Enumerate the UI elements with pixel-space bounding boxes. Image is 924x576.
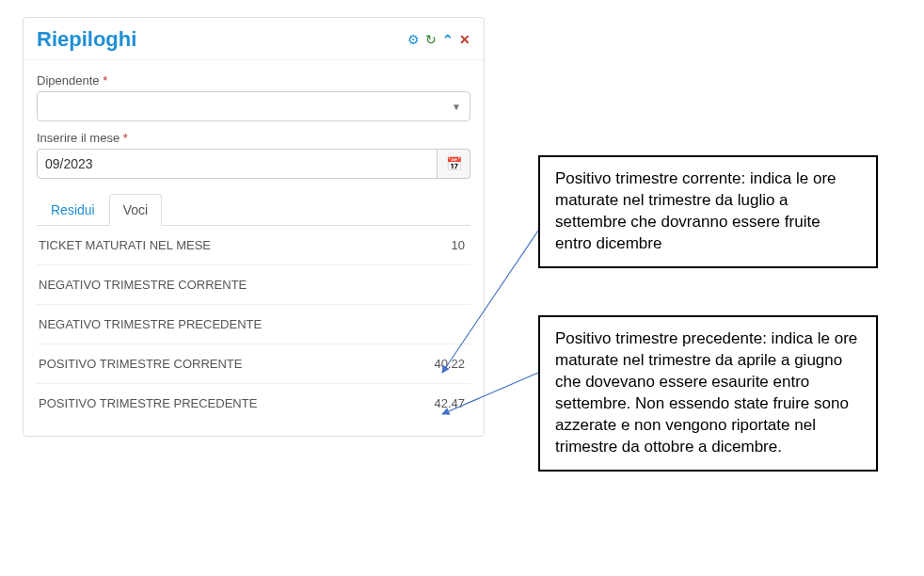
- required-mark: *: [103, 73, 107, 88]
- collapse-icon[interactable]: ⌃: [442, 33, 454, 46]
- required-mark: *: [123, 131, 128, 145]
- close-icon[interactable]: ✕: [459, 33, 470, 46]
- callout-positivo-precedente: Positivo trimestre precedente: indica le…: [538, 315, 878, 472]
- dipendente-select-value[interactable]: [37, 91, 470, 121]
- tab-voci[interactable]: Voci: [109, 194, 162, 226]
- panel-title: Riepiloghi: [37, 27, 136, 52]
- row-value: [465, 278, 469, 292]
- row-value: 10: [452, 238, 469, 252]
- tab-bar: Residui Voci: [37, 194, 470, 226]
- row-positivo-precedente: POSITIVO TRIMESTRE PRECEDENTE 42.47: [37, 384, 470, 423]
- calendar-icon: 📅: [446, 156, 462, 171]
- dipendente-label: Dipendente *: [37, 73, 470, 88]
- row-value: 40.22: [434, 357, 469, 371]
- dipendente-label-text: Dipendente: [37, 73, 100, 88]
- row-negativo-precedente: NEGATIVO TRIMESTRE PRECEDENTE: [37, 305, 470, 344]
- mese-input[interactable]: 09/2023: [37, 149, 438, 179]
- row-label: NEGATIVO TRIMESTRE PRECEDENTE: [39, 317, 262, 331]
- callout-text: Positivo trimestre corrente: indica le o…: [555, 169, 836, 252]
- row-value: [465, 317, 469, 331]
- mese-label-text: Inserire il mese: [37, 131, 119, 145]
- row-negativo-corrente: NEGATIVO TRIMESTRE CORRENTE: [37, 265, 470, 305]
- mese-label: Inserire il mese *: [37, 131, 470, 145]
- tab-residui[interactable]: Residui: [37, 194, 109, 226]
- row-label: NEGATIVO TRIMESTRE CORRENTE: [39, 278, 247, 292]
- row-ticket-maturati: TICKET MATURATI NEL MESE 10: [37, 226, 470, 265]
- callout-positivo-corrente: Positivo trimestre corrente: indica le o…: [538, 155, 878, 268]
- row-positivo-corrente: POSITIVO TRIMESTRE CORRENTE 40.22: [37, 344, 470, 384]
- calendar-button[interactable]: 📅: [438, 149, 470, 179]
- dipendente-select[interactable]: ▼: [37, 91, 470, 121]
- mese-input-group: 09/2023 📅: [37, 149, 470, 179]
- row-label: POSITIVO TRIMESTRE CORRENTE: [39, 357, 242, 371]
- panel-icon-group: ⚙ ↻ ⌃ ✕: [407, 33, 470, 46]
- row-label: POSITIVO TRIMESTRE PRECEDENTE: [39, 396, 257, 410]
- gear-icon[interactable]: ⚙: [407, 33, 420, 46]
- panel-header: Riepiloghi ⚙ ↻ ⌃ ✕: [24, 18, 484, 60]
- refresh-icon[interactable]: ↻: [425, 33, 437, 46]
- row-label: TICKET MATURATI NEL MESE: [39, 238, 211, 252]
- panel-body: Dipendente * ▼ Inserire il mese * 09/202…: [24, 60, 484, 436]
- row-value: 42.47: [434, 396, 469, 410]
- callout-text: Positivo trimestre precedente: indica le…: [555, 329, 857, 456]
- riepiloghi-panel: Riepiloghi ⚙ ↻ ⌃ ✕ Dipendente * ▼ Inseri…: [23, 17, 485, 437]
